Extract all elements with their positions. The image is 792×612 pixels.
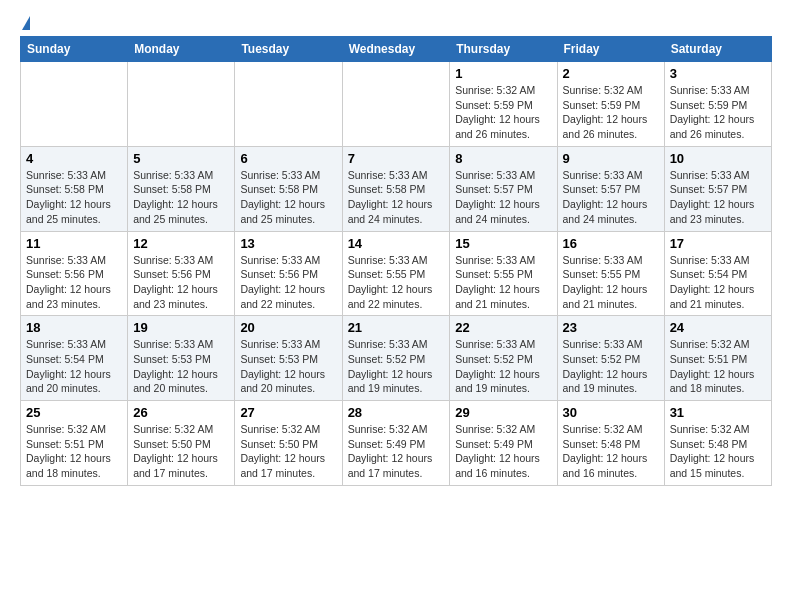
day-number: 23 [563, 320, 659, 335]
day-header-wednesday: Wednesday [342, 37, 450, 62]
day-info: Sunrise: 5:33 AMSunset: 5:55 PMDaylight:… [348, 253, 445, 312]
calendar-cell: 30Sunrise: 5:32 AMSunset: 5:48 PMDayligh… [557, 401, 664, 486]
day-info: Sunrise: 5:33 AMSunset: 5:59 PMDaylight:… [670, 83, 766, 142]
day-info: Sunrise: 5:32 AMSunset: 5:49 PMDaylight:… [348, 422, 445, 481]
day-info: Sunrise: 5:32 AMSunset: 5:49 PMDaylight:… [455, 422, 551, 481]
day-info: Sunrise: 5:32 AMSunset: 5:48 PMDaylight:… [670, 422, 766, 481]
calendar-week-row: 11Sunrise: 5:33 AMSunset: 5:56 PMDayligh… [21, 231, 772, 316]
day-number: 24 [670, 320, 766, 335]
day-info: Sunrise: 5:33 AMSunset: 5:58 PMDaylight:… [26, 168, 122, 227]
day-header-tuesday: Tuesday [235, 37, 342, 62]
day-number: 7 [348, 151, 445, 166]
calendar-cell: 8Sunrise: 5:33 AMSunset: 5:57 PMDaylight… [450, 146, 557, 231]
day-number: 22 [455, 320, 551, 335]
day-number: 14 [348, 236, 445, 251]
calendar-cell: 23Sunrise: 5:33 AMSunset: 5:52 PMDayligh… [557, 316, 664, 401]
calendar-cell: 15Sunrise: 5:33 AMSunset: 5:55 PMDayligh… [450, 231, 557, 316]
day-number: 11 [26, 236, 122, 251]
day-info: Sunrise: 5:33 AMSunset: 5:55 PMDaylight:… [563, 253, 659, 312]
day-info: Sunrise: 5:33 AMSunset: 5:57 PMDaylight:… [455, 168, 551, 227]
calendar-week-row: 18Sunrise: 5:33 AMSunset: 5:54 PMDayligh… [21, 316, 772, 401]
day-number: 26 [133, 405, 229, 420]
day-number: 1 [455, 66, 551, 81]
day-info: Sunrise: 5:32 AMSunset: 5:50 PMDaylight:… [133, 422, 229, 481]
logo-triangle-icon [22, 16, 30, 30]
calendar-cell [128, 62, 235, 147]
day-info: Sunrise: 5:33 AMSunset: 5:56 PMDaylight:… [133, 253, 229, 312]
day-info: Sunrise: 5:33 AMSunset: 5:55 PMDaylight:… [455, 253, 551, 312]
calendar-week-row: 4Sunrise: 5:33 AMSunset: 5:58 PMDaylight… [21, 146, 772, 231]
calendar-cell: 26Sunrise: 5:32 AMSunset: 5:50 PMDayligh… [128, 401, 235, 486]
day-number: 18 [26, 320, 122, 335]
calendar-cell: 10Sunrise: 5:33 AMSunset: 5:57 PMDayligh… [664, 146, 771, 231]
day-number: 5 [133, 151, 229, 166]
day-number: 27 [240, 405, 336, 420]
day-info: Sunrise: 5:33 AMSunset: 5:57 PMDaylight:… [563, 168, 659, 227]
calendar-cell: 21Sunrise: 5:33 AMSunset: 5:52 PMDayligh… [342, 316, 450, 401]
day-info: Sunrise: 5:33 AMSunset: 5:53 PMDaylight:… [133, 337, 229, 396]
day-info: Sunrise: 5:32 AMSunset: 5:59 PMDaylight:… [563, 83, 659, 142]
day-number: 12 [133, 236, 229, 251]
day-number: 20 [240, 320, 336, 335]
calendar-cell: 6Sunrise: 5:33 AMSunset: 5:58 PMDaylight… [235, 146, 342, 231]
calendar-cell: 29Sunrise: 5:32 AMSunset: 5:49 PMDayligh… [450, 401, 557, 486]
day-info: Sunrise: 5:32 AMSunset: 5:59 PMDaylight:… [455, 83, 551, 142]
day-number: 17 [670, 236, 766, 251]
day-number: 25 [26, 405, 122, 420]
calendar-cell: 28Sunrise: 5:32 AMSunset: 5:49 PMDayligh… [342, 401, 450, 486]
calendar-cell: 2Sunrise: 5:32 AMSunset: 5:59 PMDaylight… [557, 62, 664, 147]
day-info: Sunrise: 5:33 AMSunset: 5:53 PMDaylight:… [240, 337, 336, 396]
calendar-cell: 27Sunrise: 5:32 AMSunset: 5:50 PMDayligh… [235, 401, 342, 486]
day-header-monday: Monday [128, 37, 235, 62]
day-info: Sunrise: 5:33 AMSunset: 5:57 PMDaylight:… [670, 168, 766, 227]
day-header-friday: Friday [557, 37, 664, 62]
calendar-cell: 14Sunrise: 5:33 AMSunset: 5:55 PMDayligh… [342, 231, 450, 316]
calendar-cell: 25Sunrise: 5:32 AMSunset: 5:51 PMDayligh… [21, 401, 128, 486]
day-info: Sunrise: 5:33 AMSunset: 5:58 PMDaylight:… [133, 168, 229, 227]
day-info: Sunrise: 5:33 AMSunset: 5:58 PMDaylight:… [240, 168, 336, 227]
calendar-cell: 16Sunrise: 5:33 AMSunset: 5:55 PMDayligh… [557, 231, 664, 316]
day-number: 31 [670, 405, 766, 420]
calendar-table: SundayMondayTuesdayWednesdayThursdayFrid… [20, 36, 772, 486]
calendar-week-row: 1Sunrise: 5:32 AMSunset: 5:59 PMDaylight… [21, 62, 772, 147]
day-info: Sunrise: 5:33 AMSunset: 5:54 PMDaylight:… [670, 253, 766, 312]
day-number: 6 [240, 151, 336, 166]
calendar-cell [21, 62, 128, 147]
logo [20, 16, 30, 30]
day-info: Sunrise: 5:33 AMSunset: 5:58 PMDaylight:… [348, 168, 445, 227]
day-header-sunday: Sunday [21, 37, 128, 62]
calendar-cell: 9Sunrise: 5:33 AMSunset: 5:57 PMDaylight… [557, 146, 664, 231]
day-number: 4 [26, 151, 122, 166]
calendar-cell: 20Sunrise: 5:33 AMSunset: 5:53 PMDayligh… [235, 316, 342, 401]
day-header-saturday: Saturday [664, 37, 771, 62]
day-number: 21 [348, 320, 445, 335]
calendar-cell: 24Sunrise: 5:32 AMSunset: 5:51 PMDayligh… [664, 316, 771, 401]
day-number: 29 [455, 405, 551, 420]
day-info: Sunrise: 5:33 AMSunset: 5:52 PMDaylight:… [455, 337, 551, 396]
calendar-cell: 1Sunrise: 5:32 AMSunset: 5:59 PMDaylight… [450, 62, 557, 147]
day-info: Sunrise: 5:33 AMSunset: 5:56 PMDaylight:… [240, 253, 336, 312]
day-number: 19 [133, 320, 229, 335]
day-number: 30 [563, 405, 659, 420]
day-number: 28 [348, 405, 445, 420]
day-info: Sunrise: 5:32 AMSunset: 5:51 PMDaylight:… [670, 337, 766, 396]
day-number: 16 [563, 236, 659, 251]
calendar-cell: 22Sunrise: 5:33 AMSunset: 5:52 PMDayligh… [450, 316, 557, 401]
day-info: Sunrise: 5:33 AMSunset: 5:54 PMDaylight:… [26, 337, 122, 396]
day-number: 10 [670, 151, 766, 166]
calendar-cell: 12Sunrise: 5:33 AMSunset: 5:56 PMDayligh… [128, 231, 235, 316]
day-info: Sunrise: 5:32 AMSunset: 5:50 PMDaylight:… [240, 422, 336, 481]
calendar-cell [235, 62, 342, 147]
day-info: Sunrise: 5:33 AMSunset: 5:52 PMDaylight:… [563, 337, 659, 396]
calendar-cell: 3Sunrise: 5:33 AMSunset: 5:59 PMDaylight… [664, 62, 771, 147]
day-number: 8 [455, 151, 551, 166]
day-info: Sunrise: 5:32 AMSunset: 5:48 PMDaylight:… [563, 422, 659, 481]
calendar-header-row: SundayMondayTuesdayWednesdayThursdayFrid… [21, 37, 772, 62]
calendar-cell: 31Sunrise: 5:32 AMSunset: 5:48 PMDayligh… [664, 401, 771, 486]
calendar-cell: 11Sunrise: 5:33 AMSunset: 5:56 PMDayligh… [21, 231, 128, 316]
calendar-week-row: 25Sunrise: 5:32 AMSunset: 5:51 PMDayligh… [21, 401, 772, 486]
day-number: 9 [563, 151, 659, 166]
day-number: 15 [455, 236, 551, 251]
day-number: 13 [240, 236, 336, 251]
calendar-cell: 18Sunrise: 5:33 AMSunset: 5:54 PMDayligh… [21, 316, 128, 401]
